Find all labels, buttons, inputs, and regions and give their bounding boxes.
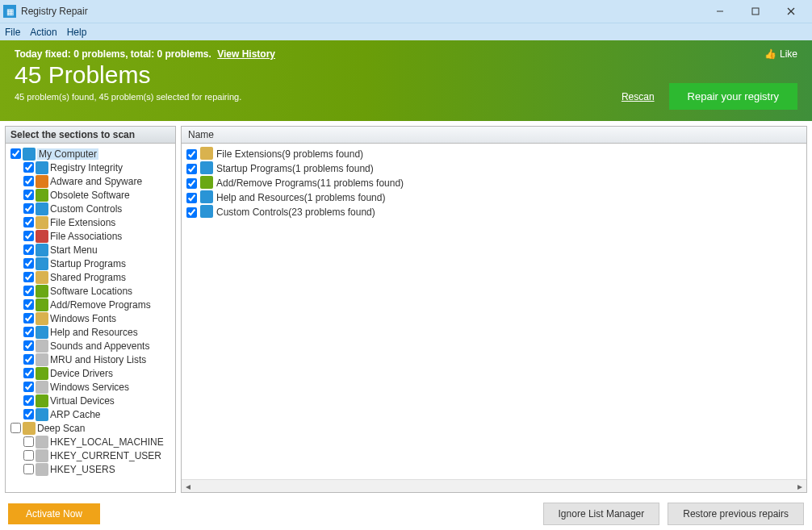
tree-item[interactable]: Custom Controls bbox=[7, 202, 174, 215]
tree-checkbox[interactable] bbox=[23, 176, 34, 186]
tree-item[interactable]: Windows Services bbox=[7, 380, 174, 394]
tree-item-label: Obsolete Software bbox=[50, 190, 130, 201]
like-button[interactable]: 👍 Like bbox=[764, 48, 797, 60]
result-label: Custom Controls(23 problems found) bbox=[216, 207, 375, 218]
results-header: Name bbox=[182, 127, 806, 144]
tree-item-label: HKEY_USERS bbox=[50, 464, 115, 475]
tree-item[interactable]: Device Drivers bbox=[7, 366, 174, 380]
tree-checkbox[interactable] bbox=[23, 299, 34, 310]
tree-item[interactable]: Add/Remove Programs bbox=[7, 298, 174, 311]
tree-item-label: Registry Integrity bbox=[50, 162, 123, 173]
tree-item[interactable]: My Computer bbox=[7, 147, 174, 161]
maximize-button[interactable] bbox=[738, 0, 773, 23]
tree-checkbox[interactable] bbox=[23, 203, 34, 214]
minimize-button[interactable] bbox=[702, 0, 738, 23]
menu-help[interactable]: Help bbox=[67, 27, 87, 38]
result-item[interactable]: File Extensions(9 problems found) bbox=[183, 147, 805, 161]
tree-item[interactable]: Start Menu bbox=[7, 243, 174, 257]
tree-item[interactable]: HKEY_USERS bbox=[7, 462, 174, 476]
result-item[interactable]: Help and Resources(1 problems found) bbox=[183, 190, 805, 205]
result-checkbox[interactable] bbox=[186, 193, 197, 203]
tree-item[interactable]: HKEY_CURRENT_USER bbox=[7, 449, 174, 462]
tree-item[interactable]: Windows Fonts bbox=[7, 311, 174, 325]
restore-repairs-button[interactable]: Restore previous repairs bbox=[668, 503, 804, 525]
tree-checkbox[interactable] bbox=[10, 423, 21, 433]
tree-item[interactable]: Startup Programs bbox=[7, 257, 174, 270]
rescan-link[interactable]: Rescan bbox=[622, 91, 655, 102]
view-history-link[interactable]: View History bbox=[217, 48, 275, 60]
scroll-right-icon[interactable]: ▸ bbox=[793, 480, 806, 493]
result-item[interactable]: Startup Programs(1 problems found) bbox=[183, 161, 805, 176]
section-icon bbox=[36, 381, 48, 394]
tree-item[interactable]: Obsolete Software bbox=[7, 188, 174, 202]
result-icon bbox=[200, 147, 213, 162]
tree-item-label: File Associations bbox=[50, 231, 122, 242]
tree-item-label: File Extensions bbox=[50, 217, 115, 228]
tree-item-label: Virtual Devices bbox=[50, 395, 115, 407]
scroll-left-icon[interactable]: ◂ bbox=[182, 480, 195, 493]
close-button[interactable] bbox=[773, 0, 809, 23]
section-icon bbox=[36, 257, 48, 270]
tree-checkbox[interactable] bbox=[23, 382, 34, 392]
ignore-list-button[interactable]: Ignore List Manager bbox=[543, 503, 660, 525]
tree-item-label: Shared Programs bbox=[50, 272, 126, 283]
section-icon bbox=[36, 340, 48, 353]
computer-icon bbox=[23, 148, 36, 161]
tree-item[interactable]: File Associations bbox=[7, 229, 174, 243]
tree-checkbox[interactable] bbox=[23, 436, 34, 447]
banner: Today fixed: 0 problems, total: 0 proble… bbox=[0, 40, 812, 121]
result-checkbox[interactable] bbox=[186, 207, 197, 218]
section-icon bbox=[36, 216, 48, 229]
tree-checkbox[interactable] bbox=[23, 327, 34, 337]
horizontal-scrollbar[interactable]: ◂ ▸ bbox=[182, 479, 806, 492]
tree-checkbox[interactable] bbox=[23, 409, 34, 419]
tree-item-label: Windows Fonts bbox=[50, 313, 116, 324]
section-tree[interactable]: My ComputerRegistry IntegrityAdware and … bbox=[6, 144, 175, 492]
tree-checkbox[interactable] bbox=[23, 244, 34, 255]
tree-item[interactable]: Adware and Spyware bbox=[7, 174, 174, 188]
content: Select the sections to scan My ComputerR… bbox=[0, 121, 812, 498]
fixed-today: 0 bbox=[73, 48, 79, 60]
section-icon bbox=[36, 230, 48, 243]
svg-rect-1 bbox=[752, 8, 759, 15]
tree-item[interactable]: Sounds and Appevents bbox=[7, 339, 174, 353]
tree-item[interactable]: MRU and History Lists bbox=[7, 353, 174, 366]
menu-file[interactable]: File bbox=[5, 27, 20, 38]
tree-checkbox[interactable] bbox=[23, 190, 34, 200]
tree-item[interactable]: HKEY_LOCAL_MACHINE bbox=[7, 435, 174, 449]
tree-checkbox[interactable] bbox=[23, 340, 34, 351]
tree-checkbox[interactable] bbox=[23, 162, 34, 173]
tree-checkbox[interactable] bbox=[23, 354, 34, 365]
tree-item[interactable]: File Extensions bbox=[7, 215, 174, 229]
result-checkbox[interactable] bbox=[186, 178, 197, 189]
tree-checkbox[interactable] bbox=[10, 148, 21, 159]
tree-checkbox[interactable] bbox=[23, 450, 34, 461]
result-checkbox[interactable] bbox=[186, 164, 197, 174]
tree-item[interactable]: Shared Programs bbox=[7, 270, 174, 284]
section-icon bbox=[36, 298, 48, 311]
tree-item[interactable]: Registry Integrity bbox=[7, 161, 174, 174]
tree-checkbox[interactable] bbox=[23, 313, 34, 323]
tree-item[interactable]: Deep Scan bbox=[7, 421, 174, 435]
tree-checkbox[interactable] bbox=[23, 217, 34, 227]
tree-item[interactable]: Software Locations bbox=[7, 284, 174, 298]
tree-item[interactable]: Help and Resources bbox=[7, 325, 174, 339]
results-list[interactable]: File Extensions(9 problems found)Startup… bbox=[182, 144, 806, 479]
activate-button[interactable]: Activate Now bbox=[8, 503, 100, 524]
result-checkbox[interactable] bbox=[186, 149, 197, 160]
tree-checkbox[interactable] bbox=[23, 231, 34, 241]
result-item[interactable]: Add/Remove Programs(11 problems found) bbox=[183, 176, 805, 190]
hkey-icon bbox=[36, 463, 48, 476]
tree-item[interactable]: ARP Cache bbox=[7, 407, 174, 421]
menu-action[interactable]: Action bbox=[30, 27, 57, 38]
tree-checkbox[interactable] bbox=[23, 464, 34, 474]
tree-checkbox[interactable] bbox=[23, 258, 34, 269]
tree-checkbox[interactable] bbox=[23, 368, 34, 378]
result-item[interactable]: Custom Controls(23 problems found) bbox=[183, 205, 805, 219]
tree-item-label: Custom Controls bbox=[50, 203, 122, 215]
tree-item[interactable]: Virtual Devices bbox=[7, 394, 174, 407]
tree-checkbox[interactable] bbox=[23, 286, 34, 296]
tree-checkbox[interactable] bbox=[23, 272, 34, 282]
tree-checkbox[interactable] bbox=[23, 395, 34, 406]
repair-button[interactable]: Repair your registry bbox=[669, 83, 797, 110]
